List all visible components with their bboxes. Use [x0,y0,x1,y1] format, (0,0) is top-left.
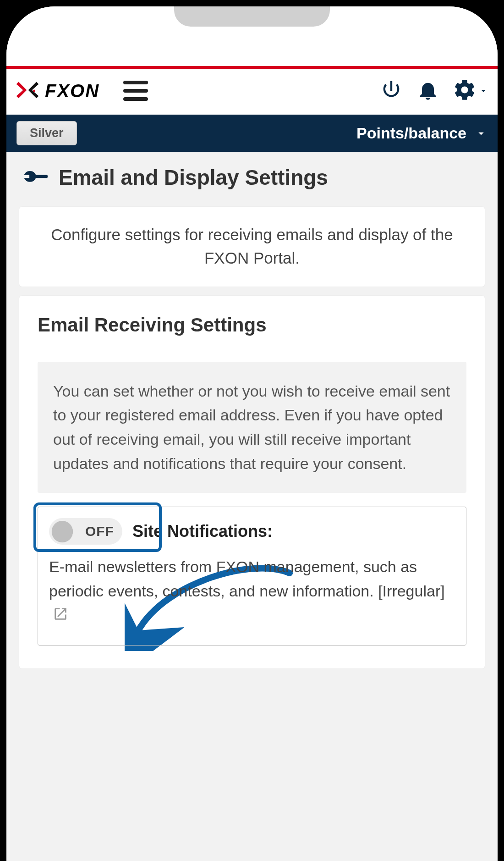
brand-text: FXON [45,81,99,101]
intro-text: Configure settings for receiving emails … [39,223,465,270]
points-balance-dropdown[interactable]: Points/balance [356,124,488,142]
chevron-down-icon [475,127,488,140]
chevron-down-icon [478,86,488,96]
settings-dropdown[interactable] [453,78,488,104]
brand-logo[interactable]: FXON [16,79,99,103]
svg-point-0 [33,90,35,92]
bell-icon[interactable] [416,78,440,104]
toggle-description-text: E-mail newsletters from FXON management,… [49,558,445,600]
menu-button[interactable] [123,81,148,101]
page-title: Email and Display Settings [59,165,328,190]
section-description: You can set whether or not you wish to r… [38,362,466,493]
toggle-head: OFF Site Notifications: [49,518,455,545]
main-content: Email and Display Settings Configure set… [6,152,498,861]
top-right-cluster [379,78,488,104]
site-notifications-toggle[interactable]: OFF [49,518,122,545]
toggle-state: OFF [85,524,114,539]
toggle-knob [52,521,73,542]
top-left-cluster: FXON [16,79,148,103]
tier-badge[interactable]: Silver [16,121,77,145]
section-title: Email Receiving Settings [38,314,466,336]
brand-x-icon [16,79,39,103]
gear-icon [453,78,477,104]
screen: FXON [6,6,498,861]
top-app-bar: FXON [6,69,498,115]
points-balance-label: Points/balance [356,124,466,142]
sub-header: Silver Points/balance [6,115,498,152]
toggle-description: E-mail newsletters from FXON management,… [49,555,455,629]
device-notch [174,6,330,27]
device-frame: FXON [0,0,504,861]
intro-card: Configure settings for receiving emails … [19,207,485,287]
wrench-icon [15,159,51,195]
site-notifications-row: OFF Site Notifications: E-mail newslette… [38,507,466,646]
page-title-row: Email and Display Settings [6,152,498,198]
toggle-label: Site Notifications: [132,522,273,541]
email-settings-card: Email Receiving Settings You can set whe… [19,296,485,668]
power-icon[interactable] [379,78,403,104]
external-link-icon[interactable] [53,604,68,629]
